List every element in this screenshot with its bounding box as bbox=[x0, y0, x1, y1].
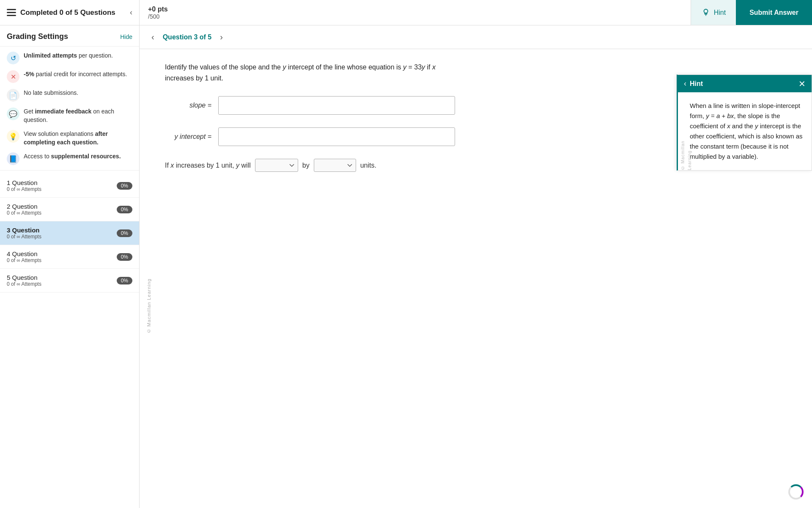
grading-title: Grading Settings bbox=[7, 32, 68, 41]
hint-panel: ‹ Hint ✕ © Macmillan Learning When a lin… bbox=[677, 75, 812, 171]
dropdown-by-label: by bbox=[302, 162, 310, 169]
partial-credit-icon: ✕ bbox=[7, 70, 19, 83]
direction-dropdown[interactable]: increase decrease bbox=[255, 159, 298, 172]
grading-text-partial: -5% partial credit for incorrect attempt… bbox=[24, 70, 127, 79]
hint-close-button[interactable]: ✕ bbox=[798, 80, 806, 88]
dropdown-units-label: units. bbox=[360, 162, 376, 169]
question-attempts-3: 0 of ∞ Attempts bbox=[7, 234, 41, 240]
grading-text-supplemental: Access to supplemental resources. bbox=[24, 152, 121, 161]
question-body: © Macmillan Learning Identify the values… bbox=[140, 49, 812, 508]
sidebar: Grading Settings Hide ↺ Unlimited attemp… bbox=[0, 25, 140, 508]
pts-label: +0 pts bbox=[148, 6, 168, 13]
grading-settings-list: ↺ Unlimited attempts per question. ✕ -5%… bbox=[0, 47, 139, 171]
grading-item-partial: ✕ -5% partial credit for incorrect attem… bbox=[7, 70, 132, 83]
pts-info: +0 pts /500 bbox=[148, 6, 168, 20]
main-layout: Grading Settings Hide ↺ Unlimited attemp… bbox=[0, 25, 812, 508]
question-name-3: 3 Question bbox=[7, 226, 41, 234]
unlimited-icon: ↺ bbox=[7, 52, 19, 64]
grading-item-unlimited: ↺ Unlimited attempts per question. bbox=[7, 52, 132, 64]
solution-icon: 💡 bbox=[7, 130, 19, 143]
grading-item-feedback: 💬 Get immediate feedback on each questio… bbox=[7, 108, 132, 124]
hint-text: When a line is written in slope-intercep… bbox=[690, 101, 805, 162]
grading-item-supplemental: 📘 Access to supplemental resources. bbox=[7, 152, 132, 165]
question-badge-5: 0% bbox=[117, 277, 132, 284]
question-name-4: 4 Question bbox=[7, 250, 41, 257]
top-bar-center: +0 pts /500 bbox=[140, 0, 691, 25]
hint-btn-label: Hint bbox=[714, 9, 726, 17]
intercept-input[interactable] bbox=[218, 127, 455, 146]
page-title: Completed 0 of 5 Questions bbox=[20, 8, 126, 17]
back-icon[interactable]: ‹ bbox=[130, 8, 132, 17]
top-bar-actions: Hint Submit Answer bbox=[691, 0, 812, 25]
supplemental-icon: 📘 bbox=[7, 152, 19, 165]
question-text: Identify the values of the slope and the… bbox=[165, 62, 453, 83]
question-nav-label: Question 3 of 5 bbox=[163, 33, 212, 41]
amount-dropdown[interactable]: 1 2 3 bbox=[314, 159, 356, 172]
grading-text-solution: View solution explanations after complet… bbox=[24, 130, 132, 146]
watermark: © Macmillan Learning bbox=[146, 279, 151, 334]
top-bar: Completed 0 of 5 Questions ‹ +0 pts /500… bbox=[0, 0, 812, 25]
slope-input[interactable] bbox=[218, 96, 455, 115]
question-badge-4: 0% bbox=[117, 253, 132, 261]
question-badge-3: 0% bbox=[117, 229, 132, 237]
lightbulb-icon bbox=[701, 8, 710, 17]
question-badge-2: 0% bbox=[117, 206, 132, 213]
top-bar-left: Completed 0 of 5 Questions ‹ bbox=[0, 0, 140, 25]
question-item-1[interactable]: 1 Question 0 of ∞ Attempts 0% bbox=[0, 174, 139, 198]
question-attempts-2: 0 of ∞ Attempts bbox=[7, 210, 41, 216]
question-badge-1: 0% bbox=[117, 182, 132, 190]
hint-panel-header: ‹ Hint ✕ bbox=[678, 75, 812, 92]
feedback-icon: 💬 bbox=[7, 108, 19, 120]
question-name-2: 2 Question bbox=[7, 203, 41, 210]
grading-text-feedback: Get immediate feedback on each question. bbox=[24, 108, 132, 124]
question-item-5[interactable]: 5 Question 0 of ∞ Attempts 0% bbox=[0, 269, 139, 293]
grading-text-unlimited: Unlimited attempts per question. bbox=[24, 52, 113, 60]
late-icon: 📄 bbox=[7, 89, 19, 102]
slope-label: slope = bbox=[165, 102, 211, 109]
pts-total: /500 bbox=[148, 13, 168, 20]
grading-item-solution: 💡 View solution explanations after compl… bbox=[7, 130, 132, 146]
content-area: ‹ Question 3 of 5 › © Macmillan Learning… bbox=[140, 25, 812, 508]
question-name-5: 5 Question bbox=[7, 274, 41, 281]
question-attempts-1: 0 of ∞ Attempts bbox=[7, 186, 41, 192]
svg-point-0 bbox=[704, 9, 708, 13]
question-attempts-4: 0 of ∞ Attempts bbox=[7, 257, 41, 263]
question-nav: ‹ Question 3 of 5 › bbox=[140, 25, 812, 49]
question-attempts-5: 0 of ∞ Attempts bbox=[7, 281, 41, 287]
hint-back-button[interactable]: ‹ bbox=[684, 79, 686, 88]
question-item-4[interactable]: 4 Question 0 of ∞ Attempts 0% bbox=[0, 245, 139, 269]
hint-button[interactable]: Hint bbox=[691, 0, 736, 25]
next-question-button[interactable]: › bbox=[217, 30, 226, 44]
prev-question-button[interactable]: ‹ bbox=[148, 30, 158, 44]
hint-title: Hint bbox=[690, 80, 795, 88]
dropdown-prefix: If x increases by 1 unit, y will bbox=[165, 162, 251, 169]
intercept-label: y intercept = bbox=[165, 133, 211, 141]
question-name-1: 1 Question bbox=[7, 179, 41, 186]
grading-item-late: 📄 No late submissions. bbox=[7, 89, 132, 102]
grading-header: Grading Settings Hide bbox=[0, 25, 139, 47]
hide-link[interactable]: Hide bbox=[120, 33, 132, 40]
question-item-2[interactable]: 2 Question 0 of ∞ Attempts 0% bbox=[0, 198, 139, 221]
hint-body: © Macmillan Learning When a line is writ… bbox=[678, 92, 812, 170]
question-list: 1 Question 0 of ∞ Attempts 0% 2 Question… bbox=[0, 171, 139, 508]
hint-watermark: © Macmillan Learning bbox=[680, 131, 693, 170]
loading-spinner bbox=[788, 484, 804, 500]
submit-button[interactable]: Submit Answer bbox=[736, 0, 812, 25]
question-item-3[interactable]: 3 Question 0 of ∞ Attempts 0% bbox=[0, 221, 139, 245]
hamburger-icon[interactable] bbox=[7, 9, 16, 16]
grading-text-late: No late submissions. bbox=[24, 89, 78, 97]
